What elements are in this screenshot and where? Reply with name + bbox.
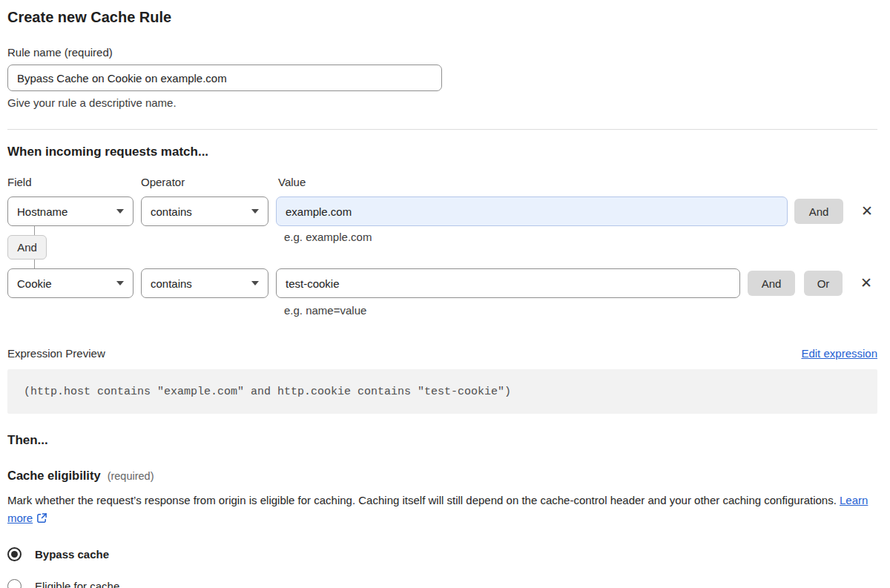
connector-zone: And e.g. example.com bbox=[7, 226, 877, 268]
radio-label-eligible-for-cache: Eligible for cache bbox=[35, 580, 119, 588]
cache-eligibility-description: Mark whether the request’s response from… bbox=[7, 492, 877, 529]
or-button-row2[interactable]: Or bbox=[804, 271, 843, 296]
then-heading: Then... bbox=[7, 433, 877, 448]
page-title: Create new Cache Rule bbox=[7, 8, 877, 26]
cache-eligibility-heading: Cache eligibility bbox=[7, 469, 101, 483]
field-select-2[interactable]: Cookie bbox=[7, 268, 134, 298]
rule-name-help: Give your rule a descriptive name. bbox=[7, 96, 877, 109]
chevron-down-icon bbox=[116, 281, 124, 285]
cache-eligibility-heading-row: Cache eligibility (required) bbox=[7, 469, 877, 483]
radio-option-bypass-cache: Bypass cache bbox=[7, 547, 877, 561]
radio-label-bypass-cache: Bypass cache bbox=[35, 548, 109, 561]
condition-column-labels: Field Operator Value bbox=[7, 176, 877, 188]
value-hint-2: e.g. name=value bbox=[284, 304, 877, 317]
chevron-down-icon bbox=[251, 281, 259, 285]
divider bbox=[7, 129, 877, 130]
value-column-label: Value bbox=[278, 176, 306, 188]
radio-button-eligible-for-cache[interactable] bbox=[7, 579, 22, 588]
operator-select-1-value: contains bbox=[151, 205, 192, 218]
operator-select-1[interactable]: contains bbox=[141, 196, 268, 226]
field-select-1-value: Hostname bbox=[17, 205, 67, 218]
radio-option-eligible-for-cache: Eligible for cache bbox=[7, 579, 877, 588]
match-section-heading: When incoming requests match... bbox=[7, 145, 877, 159]
and-button-row1[interactable]: And bbox=[794, 199, 843, 224]
condition-row-1: Hostname contains And ✕ bbox=[7, 196, 877, 226]
field-select-1[interactable]: Hostname bbox=[7, 196, 134, 226]
operator-select-2-value: contains bbox=[151, 277, 192, 290]
close-icon[interactable]: ✕ bbox=[857, 274, 875, 292]
rule-name-label: Rule name (required) bbox=[7, 46, 877, 59]
operator-select-2[interactable]: contains bbox=[141, 268, 268, 298]
expression-preview-label: Expression Preview bbox=[7, 347, 105, 360]
value-input-1[interactable] bbox=[276, 196, 788, 226]
description-text: Mark whether the request’s response from… bbox=[7, 494, 837, 506]
expression-preview-header: Expression Preview Edit expression bbox=[7, 347, 877, 360]
radio-button-bypass-cache[interactable] bbox=[7, 547, 22, 561]
expression-code: (http.host contains "example.com" and ht… bbox=[7, 369, 877, 414]
edit-expression-link[interactable]: Edit expression bbox=[801, 347, 877, 360]
create-cache-rule-form: Create new Cache Rule Rule name (require… bbox=[0, 8, 890, 588]
chevron-down-icon bbox=[116, 209, 124, 214]
condition-row-2: Cookie contains And Or ✕ bbox=[7, 268, 877, 298]
close-icon[interactable]: ✕ bbox=[858, 202, 876, 220]
rule-name-input[interactable] bbox=[7, 65, 442, 91]
connector-and-button[interactable]: And bbox=[7, 235, 47, 260]
field-column-label: Field bbox=[7, 176, 134, 188]
chevron-down-icon bbox=[251, 209, 259, 214]
operator-column-label: Operator bbox=[141, 176, 268, 188]
required-note: (required) bbox=[108, 470, 154, 482]
external-link-icon bbox=[36, 511, 47, 529]
radio-dot bbox=[11, 551, 18, 558]
value-hint-1: e.g. example.com bbox=[284, 231, 372, 243]
field-select-2-value: Cookie bbox=[17, 277, 52, 290]
and-button-row2[interactable]: And bbox=[748, 271, 795, 296]
value-input-2[interactable] bbox=[276, 268, 740, 298]
